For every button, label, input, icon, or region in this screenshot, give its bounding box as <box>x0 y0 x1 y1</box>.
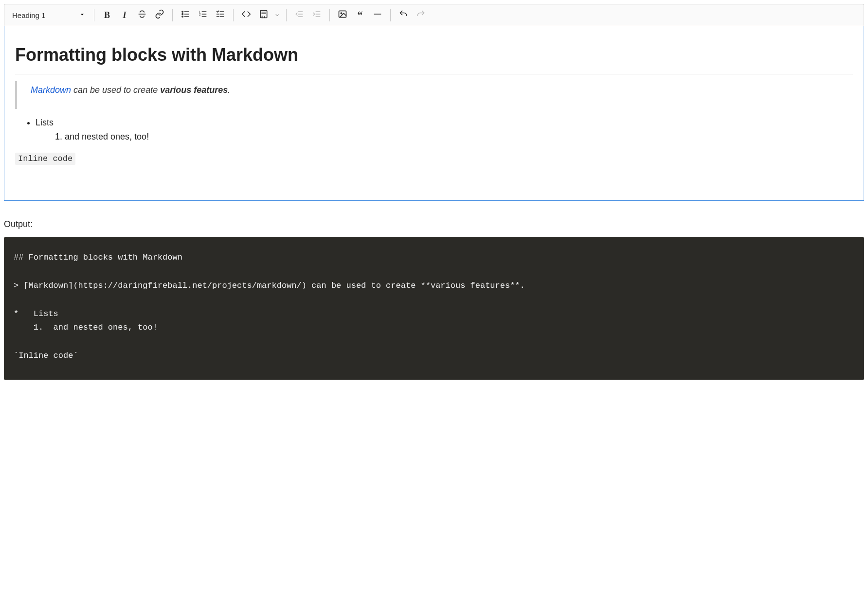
outdent-icon <box>294 9 304 21</box>
image-icon <box>338 9 347 21</box>
checklist-button[interactable] <box>212 6 229 24</box>
svg-text:2: 2 <box>199 13 201 16</box>
chevron-down-icon <box>79 12 85 19</box>
toolbar-separator <box>390 9 391 21</box>
svg-point-3 <box>182 14 183 15</box>
quote-text-mid: can be used to create <box>71 85 160 95</box>
bold-icon: B <box>104 10 110 20</box>
toolbar-separator <box>286 9 287 21</box>
markdown-link[interactable]: Markdown <box>31 85 71 95</box>
redo-button[interactable] <box>412 6 430 24</box>
code-icon <box>241 9 251 21</box>
editor-toolbar: Heading 1 B I 12 <box>4 4 864 26</box>
codeblock-dropdown[interactable] <box>272 6 282 24</box>
numbered-list-icon: 12 <box>198 9 208 21</box>
link-button[interactable] <box>151 6 168 24</box>
strikethrough-icon <box>137 9 147 21</box>
output-label: Output: <box>4 219 864 229</box>
quote-text-bold: various features <box>160 85 228 95</box>
indent-button[interactable] <box>308 6 326 24</box>
link-icon <box>155 9 164 21</box>
bullet-list-button[interactable] <box>177 6 194 24</box>
undo-icon <box>398 9 408 21</box>
toolbar-separator <box>94 9 94 21</box>
toolbar-separator <box>172 9 173 21</box>
italic-icon: I <box>123 10 126 20</box>
heading-dropdown[interactable]: Heading 1 <box>7 9 90 21</box>
blockquote[interactable]: Markdown can be used to create various f… <box>15 81 853 109</box>
outdent-button[interactable] <box>290 6 308 24</box>
code-button[interactable] <box>237 6 255 24</box>
horizontal-rule-icon <box>373 9 382 21</box>
toolbar-separator <box>233 9 234 21</box>
nested-ordered-list[interactable]: and nested ones, too! <box>36 131 853 143</box>
inline-code[interactable]: Inline code <box>15 153 75 165</box>
nested-list-item[interactable]: and nested ones, too! <box>65 131 853 143</box>
italic-button[interactable]: I <box>116 6 133 24</box>
numbered-list-button[interactable]: 12 <box>194 6 212 24</box>
nested-list-item-text: and nested ones, too! <box>65 132 149 141</box>
svg-point-5 <box>182 16 183 18</box>
codeblock-button[interactable] <box>255 6 272 24</box>
codeblock-icon <box>259 9 269 21</box>
quote-icon: “ <box>358 9 363 21</box>
heading-dropdown-label: Heading 1 <box>12 11 45 19</box>
list-item[interactable]: Lists and nested ones, too! <box>36 117 853 144</box>
indent-icon <box>312 9 322 21</box>
heading-underline <box>15 74 853 74</box>
svg-point-27 <box>341 13 342 14</box>
bullet-list[interactable]: Lists and nested ones, too! <box>15 117 853 144</box>
quote-text-end: . <box>228 85 230 95</box>
list-item-text: Lists <box>36 118 54 127</box>
bold-button[interactable]: B <box>98 6 116 24</box>
toolbar-separator <box>329 9 330 21</box>
svg-point-1 <box>182 11 183 13</box>
output-code-block[interactable]: ## Formatting blocks with Markdown > [Ma… <box>4 237 864 380</box>
horizontal-rule-button[interactable] <box>369 6 386 24</box>
bullet-list-icon <box>181 9 190 21</box>
strikethrough-button[interactable] <box>133 6 151 24</box>
editor-area[interactable]: Formatting blocks with Markdown Markdown… <box>4 26 864 201</box>
undo-button[interactable] <box>395 6 412 24</box>
blockquote-button[interactable]: “ <box>351 6 369 24</box>
redo-icon <box>416 9 426 21</box>
checklist-icon <box>216 9 225 21</box>
document-heading[interactable]: Formatting blocks with Markdown <box>15 45 853 65</box>
image-button[interactable] <box>334 6 351 24</box>
svg-rect-17 <box>260 11 267 18</box>
